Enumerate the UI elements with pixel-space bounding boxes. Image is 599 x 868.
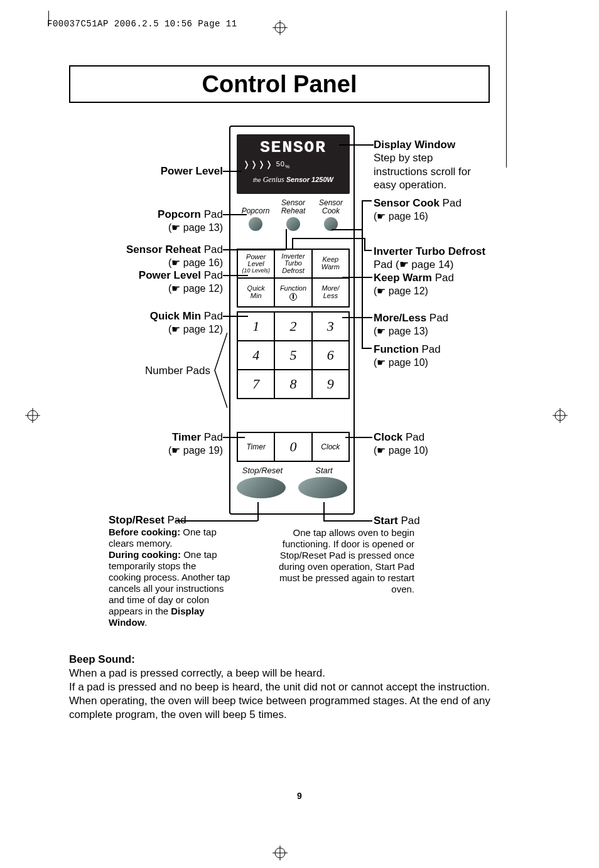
registration-mark-icon [553, 408, 568, 423]
label-number-pads: Number Pads [69, 364, 210, 377]
start-annotation: One tap allows oven to begin functioning… [270, 514, 414, 595]
timer-row: Timer 0 Clock [237, 432, 350, 462]
leader-line [223, 214, 247, 215]
page-title: Control Panel [202, 71, 357, 98]
leader-line [292, 238, 293, 249]
sensor-cook-pad[interactable]: SensorCook [315, 199, 347, 231]
function-pad[interactable]: Function [274, 278, 311, 307]
leader-line [345, 437, 372, 438]
stop-reset-annotation: Stop/Reset Pad Before cooking: One tap c… [109, 514, 231, 628]
registration-mark-icon [273, 845, 288, 860]
page-number: 9 [0, 791, 599, 801]
leader-line [223, 275, 248, 276]
leader-line [362, 348, 372, 349]
action-button-row: Stop/Reset Start [237, 466, 350, 498]
number-pad-5[interactable]: 5 [274, 341, 311, 370]
number-pad-3[interactable]: 3 [312, 312, 349, 341]
control-panel-diagram: SENSOR ❭❭❭❭ 50% the Genius Sensor 1250W … [69, 126, 490, 653]
leader-line [292, 238, 364, 239]
display-text: SENSOR [237, 138, 350, 157]
number-pad-6[interactable]: 6 [312, 341, 349, 370]
label-power-level-pad: Power Level Pad(☛ page 12) [69, 269, 223, 296]
beep-text: When a pad is pressed correctly, a beep … [69, 667, 509, 722]
label-function: Function Pad(☛ page 10) [374, 343, 490, 370]
sensor-pad-row: Popcorn SensorReheat SensorCook [237, 203, 350, 231]
label-power-level: Power Level [69, 164, 223, 178]
label-more-less: More/Less Pad(☛ page 13) [374, 311, 490, 338]
leader-line [286, 229, 287, 250]
label-quick-min: Quick Min Pad(☛ page 12) [69, 309, 223, 336]
bracket-icon [213, 333, 227, 408]
registration-mark-icon [25, 408, 40, 423]
label-popcorn: Popcorn Pad(☛ page 13) [69, 208, 223, 235]
sensor-reheat-pad[interactable]: SensorReheat [277, 199, 310, 231]
leader-line [342, 317, 372, 318]
number-pad-7[interactable]: 7 [237, 370, 274, 399]
leader-line [223, 249, 286, 250]
label-keep-warm: Keep Warm Pad(☛ page 12) [374, 271, 490, 298]
leader-line [332, 229, 362, 230]
function-pad-grid: PowerLevel(10 Levels) InverterTurboDefro… [237, 249, 350, 308]
stop-reset-pad[interactable]: Stop/Reset [237, 466, 288, 498]
beep-heading: Beep Sound: [69, 653, 509, 667]
number-pad-8[interactable]: 8 [274, 370, 311, 399]
label-timer: Timer Pad(☛ page 19) [69, 431, 223, 458]
leader-line [339, 144, 374, 146]
leader-line [223, 316, 248, 317]
leader-line [364, 250, 372, 251]
brand-line: the Genius Sensor 1250W [237, 175, 350, 185]
leader-line [362, 200, 372, 201]
power-level-indicator: ❭❭❭❭ 50% [237, 159, 350, 170]
number-pad-2[interactable]: 2 [274, 312, 311, 341]
leader-line [223, 437, 245, 438]
popcorn-pad[interactable]: Popcorn [239, 207, 272, 231]
page-header: F00037C51AP 2006.2.5 10:56 Page 11 [47, 19, 237, 29]
function-icon [289, 293, 297, 301]
more-less-pad[interactable]: More/Less [312, 278, 349, 307]
power-level-pad[interactable]: PowerLevel(10 Levels) [237, 249, 274, 278]
label-inverter-turbo: Inverter Turbo DefrostPad (☛ page 14) [374, 245, 493, 272]
start-pad[interactable]: Start [298, 466, 350, 498]
microwave-panel: SENSOR ❭❭❭❭ 50% the Genius Sensor 1250W … [229, 126, 355, 515]
label-display-window: Display WindowStep by step instructions … [374, 138, 490, 191]
display-window: SENSOR ❭❭❭❭ 50% the Genius Sensor 1250W [237, 134, 350, 194]
clock-pad[interactable]: Clock [312, 432, 349, 461]
number-pad-4[interactable]: 4 [237, 341, 274, 370]
beep-sound-section: Beep Sound: When a pad is pressed correc… [69, 653, 509, 722]
inverter-turbo-defrost-pad[interactable]: InverterTurboDefrost [274, 249, 311, 278]
label-sensor-cook: Sensor Cook Pad(☛ page 16) [374, 196, 490, 223]
page-title-frame: Control Panel [69, 65, 490, 103]
crop-tick [506, 11, 507, 168]
keep-warm-pad[interactable]: KeepWarm [312, 249, 349, 278]
quick-min-pad[interactable]: QuickMin [237, 278, 274, 307]
crop-tick [48, 11, 51, 26]
leader-line [364, 238, 365, 250]
number-pad-0[interactable]: 0 [274, 432, 311, 461]
leader-line [257, 502, 259, 521]
label-sensor-reheat: Sensor Reheat Pad(☛ page 16) [69, 243, 223, 270]
label-clock: Clock Pad(☛ page 10) [374, 431, 490, 458]
leader-line [342, 277, 372, 278]
leader-line [362, 200, 363, 348]
number-pad-grid: 1 2 3 4 5 6 7 8 9 [237, 311, 350, 399]
number-pad-9[interactable]: 9 [312, 370, 349, 399]
registration-mark-icon [273, 20, 288, 35]
leader-line [223, 171, 242, 172]
